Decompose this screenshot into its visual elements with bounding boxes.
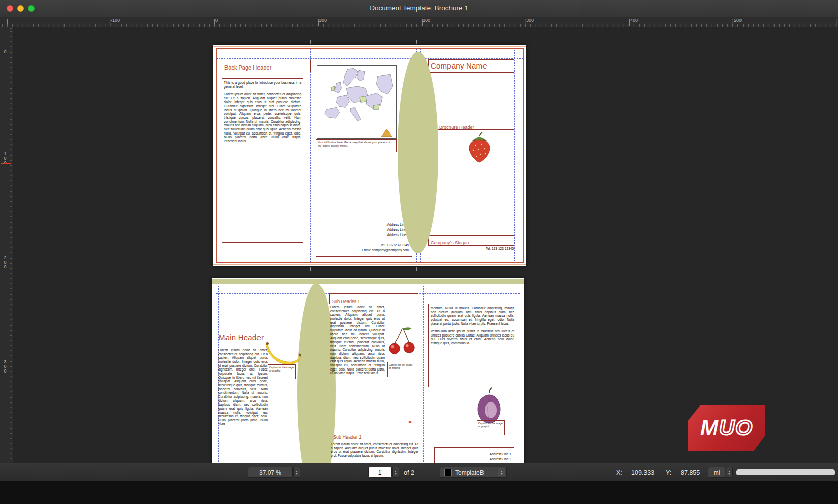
coord-y-value: 87.855 [681,469,700,476]
ruler-label: 0 [215,18,218,23]
window-title: Document Template: Brochure 1 [0,4,838,12]
statusbar: 37.07 % ▲ ▼ 1 ▲ ▼ of 2 TemplateB ▲ ▼ X: … [0,463,838,482]
page-number-value: 1 [378,469,382,476]
banana-caption-frame[interactable]: Caption for the image or graphic [268,364,296,379]
coord-y-label: Y: [666,469,671,476]
right-body-text: mentum. Nulla ut mauris. Curabitur adipi… [431,306,514,345]
muo-watermark-text: MUO [700,416,753,440]
horizontal-scrollbar[interactable] [736,469,835,475]
layer-dropdown-arrows[interactable]: ▲ ▼ [498,468,505,476]
back-page-body-frame[interactable]: This is a good place to introduce your b… [222,78,303,243]
address-frame[interactable]: Address Line 1 Address Line 2 Address Li… [316,219,412,257]
map-caption-frame[interactable]: You will find us here. Get a map that sh… [316,139,397,152]
zoom-level-field[interactable]: 37.07 % [248,467,293,478]
sub-header-1-text: Sub Header 1 [332,299,360,304]
ruler-cursor-marker [1,163,11,164]
chevron-down-icon[interactable]: ▼ [728,473,731,475]
ruler-label: 0 [3,49,8,54]
fold-mark [416,40,417,44]
ruler-label: -100 [111,18,120,23]
company-name-text: Company Name [431,61,487,70]
back-page-body-text: This is a good place to introduce your b… [224,81,301,143]
sub2-body-frame[interactable]: Lorem ipsum dolor sit amet, consectetuer… [331,442,418,458]
company-slogan-frame[interactable]: Company's Slogan [428,235,514,246]
sub-header-2-text: Sub Header 2 [333,434,362,440]
mid-body-frame[interactable]: Caption for the image or graphic Lorem i… [330,305,418,378]
layer-color-swatch [444,469,452,476]
desktop-background [0,481,838,504]
company-slogan-text: Company's Slogan [431,240,469,245]
page-stepper[interactable]: ▲ ▼ [392,467,399,478]
guide-vertical[interactable] [314,49,314,262]
page-2[interactable]: Main Header Lorem ipsum dolor sit amet, … [212,278,524,463]
tel-right-text: Tel: 123-123-12345 [452,247,514,251]
guide-vertical[interactable] [423,286,424,463]
unit-value: mi [714,469,720,476]
left-body-text: Lorem ipsum dolor sit amet, consectetuer… [218,348,268,426]
banana-image[interactable] [265,340,302,365]
address-frame[interactable]: Address Line 1 Address Line 2 [434,447,514,463]
tel-right-frame[interactable]: Tel: 123-123-12345 [452,247,514,251]
app-window: Document Template: Brochure 1 -100 0 100… [0,0,838,504]
brochure-header-frame[interactable]: Brochure Header [437,120,514,130]
main-header-frame[interactable]: Main Header [219,333,264,342]
muo-watermark: MUO [688,405,765,451]
fold-mark [416,267,417,271]
europe-map-graphic [317,66,396,138]
banana-caption-text: Caption for the image or graphic [269,366,294,373]
ruler-label: 100 [319,18,327,23]
fold-mark [310,40,311,44]
ruler-label: 500 [734,18,742,23]
olive-strip-shape[interactable] [212,279,524,284]
fold-mark [310,267,311,271]
left-body-frame[interactable]: Lorem ipsum dolor sit amet, consectetuer… [218,348,268,426]
cherry-figure[interactable]: Caption for the image or graphic [387,326,418,377]
ruler-label: 200 [423,18,430,23]
zoom-stepper[interactable]: ▲ ▼ [293,467,300,478]
page-count-label: of 2 [404,469,414,476]
ruler-label: 300 [3,359,8,373]
main-header-text: Main Header [219,333,264,342]
horizontal-ruler[interactable]: -100 0 100 200 300 400 500 [0,17,838,27]
template-border-band [213,264,526,265]
guide-vertical[interactable] [427,286,427,463]
strawberry-image[interactable] [463,132,496,163]
page-1[interactable]: Back Page Header This is a good place to… [213,45,526,266]
company-name-frame[interactable]: Company Name [428,59,514,73]
chevron-down-icon[interactable]: ▼ [395,473,397,475]
strawberry-graphic [463,132,496,163]
unit-selector[interactable]: mi [708,467,725,478]
plum-image[interactable] [475,387,503,424]
cherry-graphic [387,326,418,359]
back-page-header-frame[interactable]: Back Page Header [222,60,311,72]
coord-x-label: X: [616,469,622,476]
guide-horizontal[interactable] [216,58,523,59]
address-text: Address Line 1 Address Line 2 [435,452,511,462]
cherry-caption-text: Caption for the image or graphic [389,363,414,370]
banana-graphic [265,340,302,365]
zoom-level-value: 37.07 % [259,469,281,476]
olive-ellipse-shape[interactable] [398,52,438,253]
document-canvas[interactable]: Back Page Header This is a good place to… [13,27,838,463]
text-overflow-icon: ⊠ [408,420,412,424]
guide-vertical[interactable] [310,49,311,262]
muo-letter-m: M [700,416,719,440]
sub-header-1-frame[interactable]: Sub Header 1 [329,293,418,304]
guide-vertical[interactable] [514,50,515,261]
layer-selector[interactable]: TemplateB ▲ ▼ [440,467,507,478]
page-number-field[interactable]: 1 [368,467,392,478]
unit-stepper[interactable]: ▲ ▼ [726,467,733,478]
right-body-frame[interactable]: mentum. Nulla ut mauris. Curabitur adipi… [428,304,517,387]
muo-letters-uo: UO [719,416,753,440]
europe-map-image[interactable] [317,65,397,139]
plum-caption-text: Caption for the image or graphic [478,422,503,428]
chevron-down-icon[interactable]: ▼ [296,473,298,475]
cherry-caption-frame[interactable]: Caption for the image or graphic [387,362,415,377]
coord-x-value: 109.333 [631,469,654,476]
plum-caption-frame[interactable]: Caption for the image or graphic [477,420,505,435]
vertical-ruler[interactable]: 0 100 200 300 [0,27,13,463]
ruler-label: 200 [3,255,8,269]
address-text: Address Line 1 Address Line 2 Address Li… [316,222,409,253]
sub-header-2-frame[interactable]: Sub Header 2 [331,429,418,440]
titlebar: Document Template: Brochure 1 [0,0,838,17]
